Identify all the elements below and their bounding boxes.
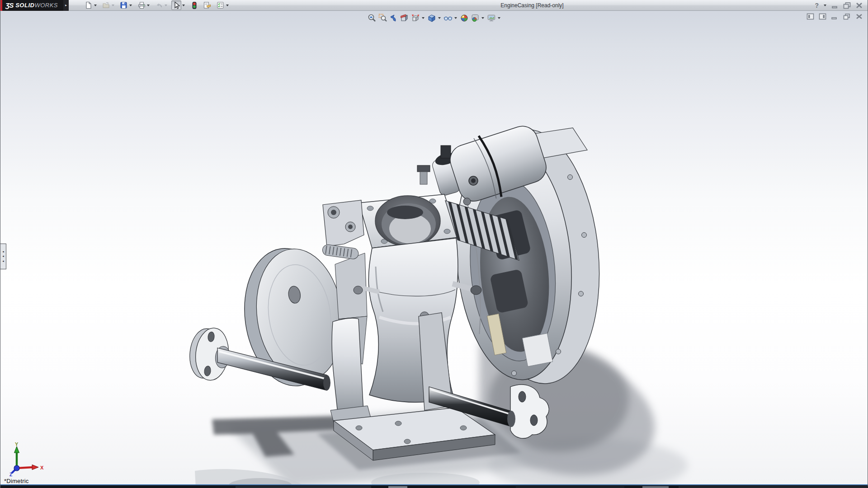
new-dropdown[interactable] [94, 5, 97, 6]
save-icon[interactable] [118, 0, 128, 10]
zoom-to-area-icon[interactable] [377, 13, 388, 23]
feature-tree-collapse-tab[interactable]: ◂ ◂ ◂ [0, 244, 6, 269]
help-icon[interactable]: ? [815, 2, 819, 9]
section-view-icon[interactable] [399, 13, 410, 23]
triad-y-label: Y [15, 442, 19, 447]
brand-text: SOLIDWORKS [15, 2, 61, 9]
window-title: EngineCasing [Read-only] [500, 0, 563, 11]
status-strip [0, 484, 868, 488]
triad-x-label: X [40, 465, 44, 470]
window-controls: ? [815, 0, 863, 11]
headsup-view-toolbar [367, 13, 501, 23]
collapse-arrow-icon: ◂ [2, 254, 4, 259]
view-settings-icon[interactable] [486, 13, 497, 23]
view-settings-dropdown[interactable] [498, 17, 500, 19]
pane-left-icon[interactable] [807, 13, 814, 20]
undo-icon[interactable] [154, 0, 164, 10]
restore-icon[interactable] [843, 2, 851, 9]
undo-dropdown[interactable] [165, 5, 167, 6]
doc-minimize-icon[interactable] [831, 13, 838, 20]
solidworks-logo[interactable]: ƷS SOLIDWORKS [0, 0, 63, 11]
hide-show-items-icon[interactable] [443, 13, 453, 23]
display-style-icon[interactable] [426, 13, 437, 23]
document-window-controls [807, 13, 863, 20]
orientation-triad: Y X Z [9, 442, 47, 476]
viewport-canvas[interactable]: ◂ ◂ ◂ Y X Z *Dimetric [0, 11, 868, 484]
open-folder-icon[interactable] [101, 0, 111, 10]
model-engine-mount-bracket [322, 200, 364, 260]
engine-casing-3d-model [0, 0, 868, 488]
print-dropdown[interactable] [147, 5, 150, 6]
help-dropdown[interactable] [824, 5, 826, 6]
doc-close-icon[interactable] [855, 13, 863, 20]
zoom-to-fit-icon[interactable] [367, 13, 377, 23]
title-bar: ƷS SOLIDWORKS ▸ [0, 0, 868, 11]
edit-appearance-icon[interactable] [459, 13, 470, 23]
select-dropdown[interactable] [182, 5, 185, 6]
new-document-icon[interactable] [83, 0, 93, 10]
options-dropdown[interactable] [226, 5, 229, 6]
close-icon[interactable] [855, 2, 863, 9]
print-icon[interactable] [136, 0, 146, 10]
view-orientation-dropdown[interactable] [422, 17, 425, 19]
main-toolbar [83, 0, 233, 11]
display-style-dropdown[interactable] [438, 17, 441, 19]
solidworks-mark-icon: ƷS [2, 1, 15, 9]
doc-restore-icon[interactable] [843, 13, 851, 20]
rebuild-traffic-light-icon[interactable] [189, 0, 199, 10]
open-dropdown[interactable] [112, 5, 114, 6]
triad-z-label: Z [9, 472, 12, 476]
view-orientation-label: *Dimetric [4, 478, 29, 484]
save-dropdown[interactable] [129, 5, 132, 6]
collapse-arrow-icon: ◂ [2, 249, 4, 254]
select-cursor-icon[interactable] [171, 0, 181, 10]
minimize-icon[interactable] [831, 2, 839, 9]
previous-view-icon[interactable] [388, 13, 399, 23]
collapse-arrow-icon: ◂ [2, 259, 4, 264]
solidworks-window: ◂ ◂ ◂ Y X Z *Dimetric ƷS SOLIDWORKS ▸ [0, 0, 868, 488]
pane-right-icon[interactable] [819, 13, 826, 20]
apply-scene-icon[interactable] [470, 13, 481, 23]
apply-scene-dropdown[interactable] [481, 17, 484, 19]
menu-flyout-arrow-icon[interactable]: ▸ [63, 0, 69, 11]
view-orientation-icon[interactable] [410, 13, 421, 23]
file-properties-icon[interactable] [202, 0, 212, 10]
hide-show-items-dropdown[interactable] [454, 17, 457, 19]
options-checklist-icon[interactable] [215, 0, 225, 10]
